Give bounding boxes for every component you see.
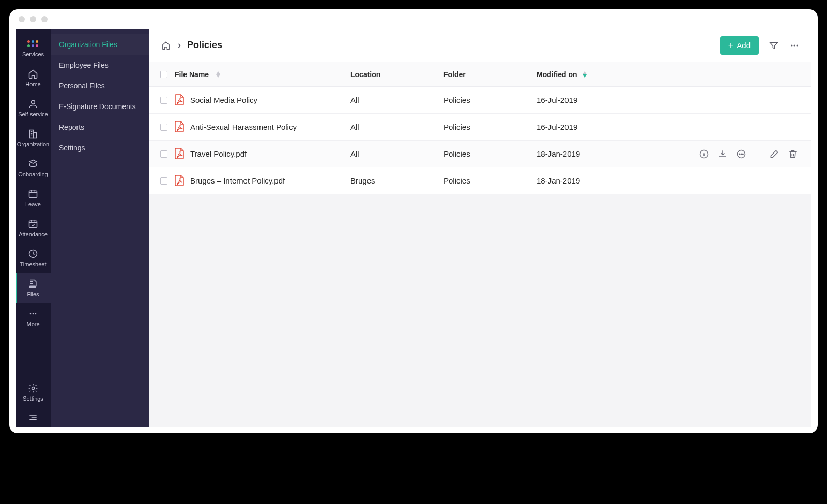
edit-button[interactable] — [769, 149, 779, 159]
subnav-settings[interactable]: Settings — [51, 138, 149, 158]
subnav-organization-files[interactable]: Organization Files — [51, 34, 149, 55]
breadcrumb-current: Policies — [187, 40, 222, 51]
table-row[interactable]: Travel Policy.pdf All Policies 18-Jan-20… — [149, 141, 811, 167]
file-folder: Policies — [443, 96, 537, 104]
svg-point-16 — [739, 154, 740, 155]
nav-label: Self-service — [18, 111, 48, 117]
download-button[interactable] — [717, 149, 728, 159]
sort-icon[interactable] — [216, 71, 220, 78]
file-location: Bruges — [350, 176, 443, 185]
svg-point-0 — [32, 100, 35, 104]
more-options-button[interactable] — [789, 40, 800, 51]
row-checkbox[interactable] — [160, 177, 167, 185]
more-icon — [28, 309, 38, 319]
nav-self-service[interactable]: Self-service — [16, 93, 51, 123]
nav-timesheet[interactable]: Timesheet — [16, 243, 51, 273]
user-icon — [28, 99, 38, 109]
nav-label: Settings — [23, 395, 43, 402]
nav-home[interactable]: Home — [16, 63, 51, 93]
row-checkbox[interactable] — [160, 150, 167, 158]
nav-label: Organization — [17, 141, 49, 147]
nav-onboarding[interactable]: Onboarding — [16, 153, 51, 183]
nav-label: Files — [27, 291, 39, 297]
nav-label: Timesheet — [20, 261, 47, 267]
add-button-label: Add — [737, 41, 751, 50]
file-name: Anti-Sexual Harassment Policy — [190, 123, 297, 131]
svg-rect-1 — [29, 130, 34, 138]
nav-attendance[interactable]: Attendance — [16, 213, 51, 243]
th-file-name[interactable]: File Name — [175, 70, 209, 79]
nav-label: Home — [25, 81, 40, 87]
topbar-actions: + Add — [720, 36, 800, 55]
app-window: Services Home Self-service Organization — [9, 9, 818, 433]
row-checkbox[interactable] — [160, 97, 167, 104]
nav-label: Onboarding — [18, 171, 48, 177]
delete-button[interactable] — [788, 149, 798, 159]
file-modified: 16-Jul-2019 — [537, 96, 630, 104]
svg-rect-4 — [29, 221, 37, 227]
pdf-icon — [175, 121, 185, 133]
th-folder[interactable]: Folder — [443, 70, 466, 79]
th-location[interactable]: Location — [350, 70, 380, 79]
file-folder: Policies — [443, 123, 537, 131]
home-icon — [28, 69, 38, 79]
svg-point-8 — [33, 313, 34, 315]
table-row[interactable]: Bruges – Internet Policy.pdf Bruges Poli… — [149, 167, 811, 194]
org-icon — [28, 129, 38, 139]
svg-point-12 — [794, 44, 795, 46]
filter-button[interactable] — [768, 40, 779, 51]
gear-icon — [28, 383, 38, 393]
th-modified[interactable]: Modified on — [537, 70, 577, 79]
files-icon — [28, 279, 38, 289]
file-location: All — [350, 149, 443, 158]
svg-point-7 — [30, 313, 32, 315]
file-folder: Policies — [443, 149, 537, 158]
select-all-checkbox[interactable] — [160, 71, 167, 78]
nav-settings[interactable]: Settings — [16, 377, 51, 407]
pdf-icon — [175, 175, 185, 187]
nav-more[interactable]: More — [16, 303, 51, 333]
subnav-esignature-documents[interactable]: E-Signature Documents — [51, 96, 149, 117]
window-titlebar — [9, 9, 818, 29]
nav-leave[interactable]: Leave — [16, 183, 51, 213]
file-name: Travel Policy.pdf — [190, 149, 247, 158]
nav-services[interactable]: Services — [16, 33, 51, 63]
breadcrumb-home-icon[interactable] — [160, 40, 172, 51]
row-more-button[interactable] — [736, 149, 746, 159]
nav-label: More — [26, 321, 39, 327]
svg-point-18 — [743, 154, 744, 155]
nav-files[interactable]: Files — [16, 273, 51, 303]
primary-nav: Services Home Self-service Organization — [16, 29, 51, 427]
table-row[interactable]: Anti-Sexual Harassment Policy All Polici… — [149, 114, 811, 141]
svg-point-17 — [741, 154, 742, 155]
traffic-light-zoom[interactable] — [41, 16, 48, 22]
info-button[interactable] — [699, 149, 709, 159]
file-modified: 16-Jul-2019 — [537, 123, 630, 131]
nav-organization[interactable]: Organization — [16, 123, 51, 153]
file-name: Bruges – Internet Policy.pdf — [190, 176, 285, 185]
pdf-icon — [175, 94, 185, 106]
subnav-personal-files[interactable]: Personal Files — [51, 75, 149, 96]
main-panel: › Policies + Add — [149, 29, 811, 427]
subnav-employee-files[interactable]: Employee Files — [51, 55, 149, 75]
svg-point-13 — [797, 44, 798, 46]
table-row[interactable]: Social Media Policy All Policies 16-Jul-… — [149, 87, 811, 114]
nav-collapse-toggle[interactable] — [16, 407, 51, 427]
plus-icon: + — [728, 41, 734, 50]
traffic-light-minimize[interactable] — [30, 16, 36, 22]
svg-point-9 — [35, 313, 37, 315]
calendar-icon — [28, 189, 38, 199]
app-body: Services Home Self-service Organization — [9, 29, 818, 433]
subnav-reports[interactable]: Reports — [51, 117, 149, 138]
calendar-check-icon — [28, 219, 38, 229]
svg-rect-3 — [29, 191, 37, 197]
traffic-light-close[interactable] — [19, 16, 25, 22]
svg-rect-2 — [34, 133, 37, 138]
onboarding-icon — [28, 159, 38, 169]
add-button[interactable]: + Add — [720, 36, 759, 55]
nav-label: Attendance — [19, 231, 48, 237]
row-checkbox[interactable] — [160, 124, 167, 131]
sort-icon[interactable] — [583, 71, 587, 78]
breadcrumb: › Policies — [160, 40, 222, 51]
table-header: File Name Location Folder Modified on — [149, 62, 811, 87]
